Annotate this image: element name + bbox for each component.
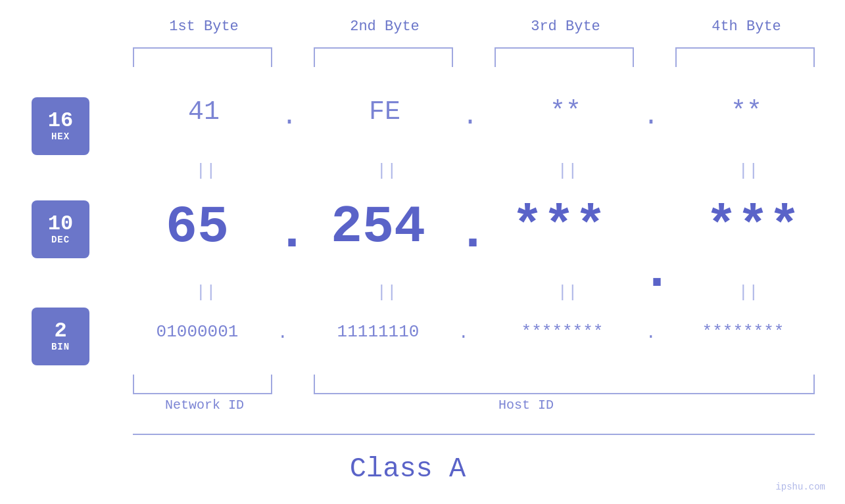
eq-sign-1: ||: [189, 161, 222, 181]
bottom-line: [133, 434, 815, 435]
dec-badge: 10 DEC: [32, 200, 89, 258]
network-bracket: [133, 375, 272, 394]
hex-val-col3: **: [493, 97, 638, 127]
dec-badge-number: 10: [48, 214, 73, 235]
hex-dot-2: .: [462, 102, 478, 131]
dec-val-col1: 65: [118, 197, 276, 257]
bracket-col2-top: [314, 47, 453, 67]
bin-dot-2: .: [458, 323, 469, 343]
main-container: 16 HEX 10 DEC 2 BIN 1st Byte 2nd Byte 3r…: [0, 0, 845, 504]
watermark: ipshu.com: [775, 482, 825, 492]
class-label: Class A: [0, 453, 815, 485]
hex-badge-label: HEX: [51, 131, 70, 142]
hex-badge: 16 HEX: [32, 97, 89, 155]
hex-dot-3: .: [643, 102, 659, 131]
bin-val-col4: ********: [661, 322, 825, 342]
hex-val-col4: **: [674, 97, 819, 127]
dec-val-col3: ***: [480, 197, 638, 257]
bin-val-col2: 11111110: [302, 322, 454, 342]
eq-sign-4: ||: [732, 161, 765, 181]
bin-dot-1: .: [278, 323, 288, 343]
network-id-label: Network ID: [155, 398, 254, 413]
dec-badge-label: DEC: [51, 235, 70, 245]
hex-dot-1: .: [281, 102, 297, 131]
bin-val-col1: 01000001: [122, 322, 273, 342]
hex-val-col1: 41: [132, 97, 276, 127]
host-id-label: Host ID: [460, 398, 592, 413]
bin-badge-number: 2: [54, 321, 66, 342]
bin-badge-label: BIN: [51, 342, 70, 352]
bracket-col4-top: [675, 47, 815, 67]
bin-dot-3: .: [646, 323, 656, 343]
dec-val-col2: 254: [299, 197, 457, 257]
bin-badge: 2 BIN: [32, 308, 89, 365]
bracket-col3-top: [495, 47, 634, 67]
eq-sign-8: ||: [732, 283, 765, 302]
eq-sign-6: ||: [370, 283, 403, 302]
col4-header: 4th Byte: [674, 18, 819, 35]
hex-val-col2: FE: [312, 97, 457, 127]
col2-header: 2nd Byte: [312, 18, 457, 35]
col3-header: 3rd Byte: [493, 18, 638, 35]
dec-val-col4: ***: [661, 197, 845, 257]
eq-sign-5: ||: [189, 283, 222, 302]
bin-val-col3: ********: [480, 322, 644, 342]
bracket-col1-top: [133, 47, 272, 67]
eq-sign-2: ||: [370, 161, 403, 181]
eq-sign-7: ||: [551, 283, 584, 302]
hex-badge-number: 16: [48, 110, 73, 131]
col1-header: 1st Byte: [132, 18, 276, 35]
host-bracket: [314, 375, 815, 394]
eq-sign-3: ||: [551, 161, 584, 181]
